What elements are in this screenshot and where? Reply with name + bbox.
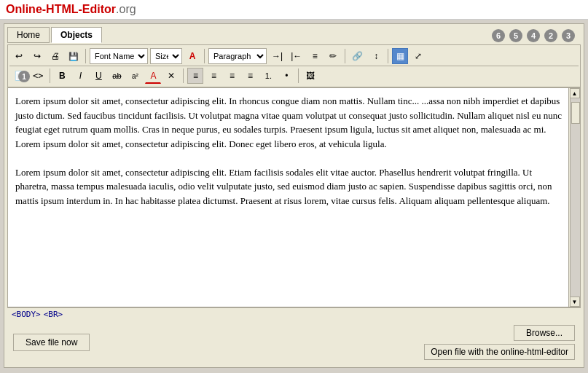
superscript-button[interactable]: a²: [127, 68, 143, 84]
editor-content[interactable]: Lorem ipsum dolor sit amet, consectetur …: [8, 88, 580, 307]
font-color-button[interactable]: A: [184, 48, 200, 64]
source-button[interactable]: ↕: [368, 48, 384, 64]
bottom-area: Save file now Browse... Open file with t…: [7, 321, 581, 364]
scrollbar-right[interactable]: ▲ ▼: [568, 88, 580, 307]
outdent-button[interactable]: |←: [288, 48, 305, 64]
editor-wrapper: Lorem ipsum dolor sit amet, consectetur …: [7, 87, 581, 307]
tab-objects[interactable]: Objects: [51, 27, 102, 43]
badge-row: 6 5 4 2 3: [492, 29, 581, 42]
separator-6: [183, 68, 184, 83]
unordered-list-button[interactable]: •: [278, 68, 294, 84]
scroll-track[interactable]: [570, 98, 580, 297]
paragraph-select[interactable]: Paragraph: [208, 48, 267, 64]
separator-7: [298, 68, 299, 83]
tab-home[interactable]: Home: [7, 27, 50, 43]
italic-button[interactable]: I: [72, 68, 88, 84]
clear-format-button[interactable]: ✕: [163, 68, 179, 84]
status-body-tag: <BODY>: [12, 310, 41, 319]
separator-4: [388, 49, 388, 63]
separator-5: [50, 68, 50, 83]
badge-3: 3: [562, 29, 575, 42]
separator-3: [345, 49, 345, 63]
separator-1: [85, 49, 86, 63]
separator-2: [204, 49, 205, 63]
font-size-select[interactable]: Size: [150, 48, 182, 64]
save-file-now-button[interactable]: Save file now: [13, 334, 90, 351]
strikethrough-button[interactable]: ab: [109, 68, 125, 84]
bottom-right: Browse... Open file with the online-html…: [424, 325, 575, 360]
main-container: Home Objects 6 5 4 2 3 ↩ ↪ 🖨 💾 Font Name…: [4, 23, 584, 368]
font-name-select[interactable]: Font Name: [90, 48, 148, 64]
open-file-row: Open file with the online-html-editor: [424, 344, 575, 360]
ordered-list-button[interactable]: 1.: [260, 68, 276, 84]
badge-2: 2: [544, 29, 557, 42]
badge-1: 1: [18, 71, 30, 82]
print-button[interactable]: 🖨: [47, 48, 63, 64]
tab-row: Home Objects 6 5 4 2 3: [7, 27, 581, 44]
browse-button[interactable]: Browse...: [514, 325, 575, 341]
badge-6: 6: [492, 29, 505, 42]
scroll-up-arrow[interactable]: ▲: [570, 88, 580, 98]
bottom-left: Save file now: [13, 334, 90, 351]
underline-button[interactable]: U: [90, 68, 106, 84]
link-button[interactable]: 🔗: [349, 48, 366, 64]
redo-button[interactable]: ↪: [29, 48, 45, 64]
header: Online-HTML-Editor.org: [0, 0, 588, 20]
align-justify-button[interactable]: ≡: [242, 68, 258, 84]
grid-button[interactable]: ▦: [392, 48, 408, 64]
align-extra[interactable]: ≡: [307, 48, 323, 64]
toolbar-area: ↩ ↪ 🖨 💾 Font Name Size A Paragraph →| |←…: [7, 44, 581, 87]
toolbar-row2: 📄 <> B I U ab a² A ✕ ≡ ≡ ≡ ≡ 1. • 🖼 1: [9, 66, 579, 85]
tabs: Home Objects: [7, 27, 102, 43]
brand-name: Online-HTML-Editor: [6, 3, 116, 15]
expand-button[interactable]: ⤢: [410, 48, 426, 64]
browse-row: Browse...: [424, 325, 575, 341]
undo-button[interactable]: ↩: [11, 48, 27, 64]
indent-button[interactable]: →|: [269, 48, 286, 64]
open-file-button[interactable]: Open file with the online-html-editor: [424, 344, 575, 360]
badge-1-label: 1: [18, 71, 30, 82]
status-bar: <BODY> <BR>: [7, 307, 581, 321]
brand-domain: .org: [116, 3, 136, 15]
edit-button[interactable]: ✏: [325, 48, 341, 64]
content-paragraph-2: Lorem ipsum dolor sit amet, consectetur …: [15, 165, 562, 208]
scroll-down-arrow[interactable]: ▼: [570, 297, 580, 307]
align-right-button[interactable]: ≡: [224, 68, 240, 84]
align-left-button[interactable]: ≡: [187, 68, 203, 84]
content-paragraph-1: Lorem ipsum dolor sit amet, consectetur …: [15, 94, 562, 151]
status-br-tag: <BR>: [44, 310, 63, 319]
align-center-button[interactable]: ≡: [205, 68, 222, 84]
save-button[interactable]: 💾: [66, 48, 82, 64]
insert-image-button[interactable]: 🖼: [302, 68, 318, 84]
scroll-thumb[interactable]: [571, 102, 580, 124]
bold-button[interactable]: B: [54, 68, 70, 84]
highlight-button[interactable]: A: [145, 68, 161, 84]
toolbar-row1: ↩ ↪ 🖨 💾 Font Name Size A Paragraph →| |←…: [9, 47, 579, 66]
badge-5: 5: [509, 29, 522, 42]
source-code-button[interactable]: <>: [30, 68, 46, 84]
badge-4: 4: [527, 29, 540, 42]
